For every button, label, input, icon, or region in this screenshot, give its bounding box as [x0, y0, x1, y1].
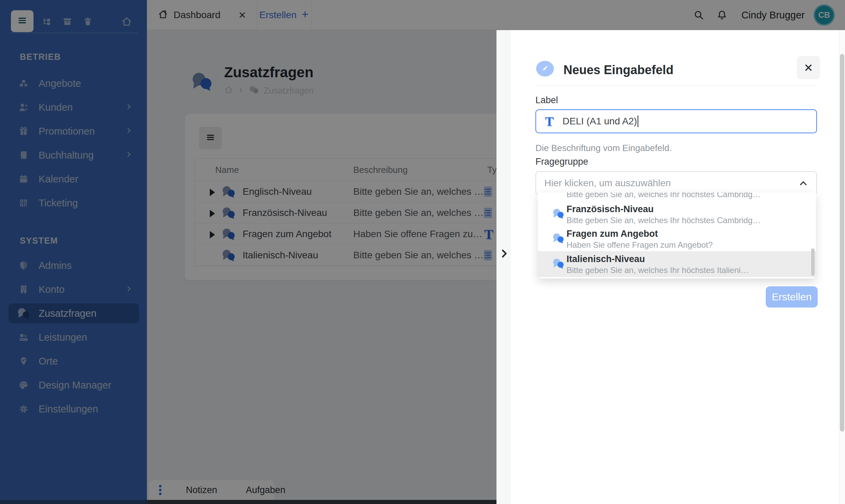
group-field-label: Fragegruppe	[535, 156, 588, 167]
chat-bubbles-icon	[552, 208, 564, 220]
drawer-title: Neues Eingabefeld	[563, 63, 673, 77]
label-input-value: DELI (A1 und A2)	[562, 116, 637, 127]
drawer-header-divider	[535, 85, 818, 86]
chat-bubbles-icon	[552, 233, 564, 245]
label-input[interactable]: T DELI (A1 und A2)	[535, 109, 817, 133]
select-placeholder: Hier klicken, um auszuwählen	[544, 178, 671, 189]
app-root: BETRIEB Angebote Kunden Promotionen	[0, 0, 845, 504]
modal-backdrop[interactable]	[496, 0, 845, 30]
text-type-icon: T	[545, 114, 554, 129]
drawer-scrollbar[interactable]	[839, 30, 845, 504]
fragegruppe-dropdown: Bitte geben Sie an, welches Ihr höchstes…	[538, 192, 816, 278]
clipped-option-text: Bitte geben Sie an, welches Ihr höchstes…	[567, 192, 761, 200]
dropdown-option[interactable]: Französisch-Niveau Bitte geben Sie an, w…	[538, 201, 816, 226]
edit-chat-bubble-icon	[536, 61, 554, 77]
label-field-label: Label	[535, 95, 558, 106]
drawer-collapse-button[interactable]	[497, 245, 511, 262]
dropdown-option-highlighted[interactable]: Italienisch-Niveau Bitte geben Sie an, w…	[538, 251, 816, 277]
label-helper-text: Die Beschriftung vom Eingabefeld.	[535, 143, 672, 153]
drawer-edge	[496, 30, 511, 504]
dropdown-scrollbar-thumb[interactable]	[811, 248, 815, 276]
drawer-close-button[interactable]	[797, 56, 820, 79]
erstellen-button[interactable]: Erstellen	[766, 286, 818, 308]
text-cursor	[638, 115, 638, 127]
chat-bubbles-icon	[552, 258, 564, 270]
drawer-scrollbar-thumb[interactable]	[840, 54, 844, 432]
chevron-up-icon	[798, 178, 809, 190]
modal-backdrop[interactable]	[0, 0, 496, 504]
fragegruppe-select[interactable]: Hier klicken, um auszuwählen	[535, 171, 817, 195]
new-input-field-drawer: Neues Eingabefeld Label T DELI (A1 und A…	[496, 30, 845, 504]
dropdown-option[interactable]: Fragen zum Angebot Haben Sie offene Frag…	[538, 226, 816, 250]
